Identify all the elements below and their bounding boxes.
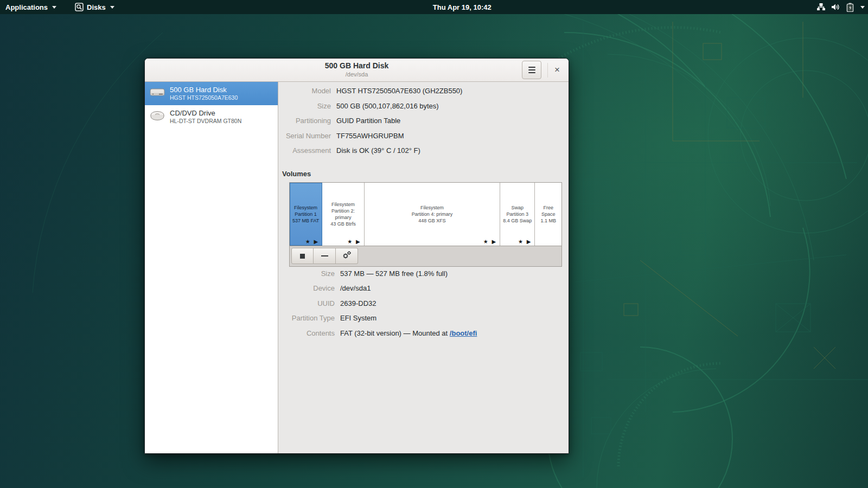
partition-1-block[interactable]: Filesystem Partition 1 537 MB FAT ★ ▶ — [290, 183, 322, 246]
gears-icon — [342, 251, 352, 261]
detail-row-assessment: Assessment Disk is OK (39° C / 102° F) — [279, 146, 569, 162]
disks-label: Disks — [87, 3, 106, 11]
applications-menu[interactable]: Applications — [0, 0, 62, 14]
partition-options-button[interactable] — [336, 248, 358, 264]
detail-row-model: Model HGST HTS725050A7E630 (GH2ZB550) — [279, 87, 569, 102]
detail-row-serial-number: Serial Number TF755AWHGRUPBM — [279, 132, 569, 147]
chevron-down-icon — [860, 6, 865, 9]
drive-detail-pane: Model HGST HTS725050A7E630 (GH2ZB550) Si… — [279, 82, 569, 453]
contents-text: FAT (32-bit version) — Mounted at — [340, 329, 450, 337]
hard-disk-icon — [149, 86, 165, 101]
sidebar-item-hard-disk[interactable]: 500 GB Hard Disk HGST HTS725050A7E630 — [145, 82, 278, 105]
partition-details: Size 537 MB — 527 MB free (1.8% full) De… — [279, 269, 569, 344]
volume-icon — [831, 3, 841, 11]
disks-app-icon — [75, 3, 84, 11]
partition-flag-icons: ★ ▶ — [483, 239, 497, 245]
detail-row-partition-type: Partition Type EFI System — [279, 314, 569, 329]
titlebar-separator — [547, 63, 548, 78]
disks-menu[interactable]: Disks — [69, 0, 120, 14]
sidebar-item-cd-dvd-drive[interactable]: CD/DVD Drive HL-DT-ST DVDRAM GT80N — [145, 105, 278, 129]
detail-row-contents: Contents FAT (32-bit version) — Mounted … — [279, 329, 569, 344]
optical-drive-icon — [149, 110, 165, 125]
unmount-button[interactable] — [291, 248, 314, 264]
close-button[interactable]: × — [550, 63, 564, 77]
partition-flag-icons: ★ ▶ — [518, 239, 532, 245]
chevron-down-icon — [110, 6, 114, 9]
window-titlebar[interactable]: 500 GB Hard Disk /dev/sda × — [145, 59, 569, 82]
volumes-toolbar — [289, 246, 562, 267]
drive-details: Model HGST HTS725050A7E630 (GH2ZB550) Si… — [279, 87, 569, 162]
window-title: 500 GB Hard Disk — [145, 61, 569, 70]
menu-button[interactable] — [522, 61, 541, 79]
device-title: CD/DVD Drive — [170, 109, 241, 118]
system-tray[interactable] — [816, 0, 865, 14]
detail-row-size: Size 500 GB (500,107,862,016 bytes) — [279, 102, 569, 117]
hamburger-icon — [528, 67, 535, 68]
detail-row-uuid: UUID 2639-DD32 — [279, 299, 569, 314]
battery-icon — [846, 3, 854, 12]
device-subtitle: HGST HTS725050A7E630 — [170, 94, 238, 101]
detail-row-device: Device /dev/sda1 — [279, 284, 569, 299]
detail-row-partition-size: Size 537 MB — 527 MB free (1.8% full) — [279, 269, 569, 285]
window-subtitle: /dev/sda — [145, 70, 569, 78]
partition-2-block[interactable]: Filesystem Partition 2: primary 43 GB Bt… — [322, 183, 365, 246]
chevron-down-icon — [52, 6, 56, 9]
applications-label: Applications — [5, 3, 48, 11]
minus-icon — [321, 255, 328, 256]
mount-point-link[interactable]: /boot/efi — [450, 329, 477, 337]
top-bar: Applications Disks Thu Apr 19, 10:42 — [0, 0, 868, 14]
volumes-heading: Volumes — [282, 170, 569, 178]
free-space-block[interactable]: Free Space 1.1 MB — [535, 183, 561, 246]
stop-icon — [300, 254, 305, 259]
partition-flag-icons: ★ ▶ — [305, 239, 319, 245]
partition-flag-icons: ★ ▶ — [347, 239, 361, 245]
delete-partition-button[interactable] — [314, 248, 336, 264]
clock[interactable]: Thu Apr 19, 10:42 — [433, 0, 492, 14]
disks-window: 500 GB Hard Disk /dev/sda × 500 GB Hard … — [144, 58, 569, 454]
partition-4-block[interactable]: Filesystem Partition 4: primary 448 GB X… — [365, 183, 501, 246]
device-subtitle: HL-DT-ST DVDRAM GT80N — [170, 118, 241, 125]
partition-3-block[interactable]: Swap Partition 3 8.4 GB Swap ★ ▶ — [500, 183, 535, 246]
detail-row-partitioning: Partitioning GUID Partition Table — [279, 117, 569, 132]
volumes-map: Filesystem Partition 1 537 MB FAT ★ ▶ Fi… — [289, 182, 562, 246]
device-sidebar: 500 GB Hard Disk HGST HTS725050A7E630 CD… — [145, 82, 278, 453]
network-icon — [816, 3, 826, 11]
device-title: 500 GB Hard Disk — [170, 86, 238, 94]
